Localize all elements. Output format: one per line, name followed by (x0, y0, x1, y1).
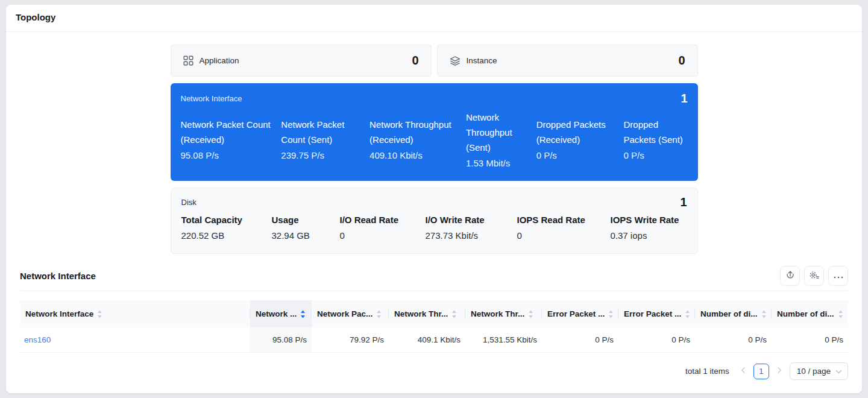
sort-icon[interactable] (97, 310, 102, 318)
column-header[interactable]: Number of di... (695, 300, 772, 327)
more-button[interactable] (828, 266, 848, 286)
metric: Network Throughput (Received)409.10 Kbit… (370, 117, 463, 163)
summary-card-label: Application (200, 56, 239, 65)
table-cell: 0 P/s (542, 327, 618, 352)
metric-value: 32.94 GB (272, 230, 340, 241)
metric: I/O Read Rate0 (340, 215, 426, 241)
column-header-label: Error Packet ... (547, 309, 605, 318)
metric-value: 95.08 P/s (181, 148, 278, 163)
grid-icon (183, 55, 193, 66)
column-header[interactable]: Error Packet ... (542, 300, 618, 327)
pagination: total 1 items 1 10 / page (20, 362, 848, 380)
more-icon (834, 271, 843, 280)
sort-icon[interactable] (300, 310, 306, 318)
disk-card-count: 1 (680, 195, 687, 209)
disk-card[interactable]: Disk 1 Total Capacity220.52 GBUsage32.94… (171, 188, 698, 254)
page-size-value: 10 / page (797, 367, 831, 376)
metric-value: 239.75 P/s (281, 148, 366, 163)
table-cell: 0 P/s (695, 327, 772, 352)
summary-cards-row: Application0Instance0 (171, 45, 698, 77)
metric-value: 220.52 GB (181, 230, 272, 241)
table-row: ens16095.08 P/s79.92 P/s409.1 Kbit/s1,53… (20, 327, 848, 353)
column-header[interactable]: Network Thr... (465, 300, 542, 327)
summary-card-instance[interactable]: Instance0 (437, 45, 698, 77)
sort-icon[interactable] (451, 310, 457, 318)
chevron-left-icon (739, 366, 747, 376)
network-card-count: 1 (681, 92, 687, 105)
section-title: Network Interface (20, 271, 96, 281)
network-card-title: Network Interface (181, 92, 242, 103)
main-panel: Topology Application0Instance0 Network I… (6, 5, 862, 393)
network-interface-section: Network Interface Network InterfaceNetwo… (6, 266, 862, 380)
section-header: Network Interface (20, 266, 848, 291)
sort-icon[interactable] (376, 310, 382, 318)
network-interface-table: Network InterfaceNetwork ...Network Pac.… (20, 300, 848, 353)
metric-value: 0 P/s (623, 148, 687, 163)
metric-value: 273.73 Kbit/s (426, 230, 517, 241)
page-number-button[interactable]: 1 (753, 364, 769, 379)
metric: IOPS Read Rate0 (517, 215, 611, 241)
layers-icon (450, 56, 461, 66)
summary-card-count: 0 (678, 54, 685, 68)
pagination-total: total 1 items (685, 367, 729, 376)
metric: Total Capacity220.52 GB (181, 215, 272, 241)
metric: Network Packet Count (Sent)239.75 P/s (281, 117, 366, 163)
summary-card-application[interactable]: Application0 (171, 45, 432, 77)
sort-icon[interactable] (608, 310, 614, 318)
column-header[interactable]: Network Pac... (312, 300, 389, 327)
metric-label: Network Packet Count (Sent) (281, 117, 366, 147)
network-card-header: Network Interface 1 (181, 92, 688, 105)
metric-value: 0 (340, 230, 426, 241)
metric-label: I/O Write Rate (426, 215, 517, 225)
column-header-label: Error Packet ... (624, 309, 681, 318)
summary-card-label: Instance (467, 56, 497, 65)
network-card-metrics: Network Packet Count (Received)95.08 P/s… (181, 106, 688, 174)
chevron-right-icon (775, 366, 784, 376)
metric-value: 0.37 iops (611, 230, 679, 241)
table-cell: ens160 (20, 327, 250, 352)
metric: Network Packet Count (Received)95.08 P/s (181, 117, 278, 163)
section-toolbar (780, 266, 848, 286)
summary-card-count: 0 (412, 54, 418, 68)
table-cell: 0 P/s (772, 327, 848, 352)
sort-icon[interactable] (838, 310, 843, 318)
table-settings-button[interactable] (804, 266, 824, 286)
column-header[interactable]: Error Packet ... (618, 300, 695, 327)
metric: I/O Write Rate273.73 Kbit/s (426, 215, 517, 241)
metric: Network Throughput (Sent)1.53 Mbit/s (466, 110, 533, 171)
topology-body: Application0Instance0 Network Interface … (6, 32, 862, 254)
interface-link[interactable]: ens160 (24, 335, 51, 344)
column-header-label: Number of di... (777, 309, 834, 318)
prev-page-button[interactable] (738, 365, 749, 377)
sort-icon[interactable] (528, 310, 533, 318)
export-button[interactable] (780, 266, 800, 286)
column-header-label: Network ... (256, 309, 297, 318)
page-title: Topology (16, 12, 852, 23)
column-header[interactable]: Network Interface (20, 300, 250, 327)
table-header-row: Network InterfaceNetwork ...Network Pac.… (20, 300, 848, 327)
column-header[interactable]: Network ... (250, 300, 312, 327)
metric: Dropped Packets (Received)0 P/s (536, 117, 621, 163)
metric-label: IOPS Read Rate (517, 215, 611, 225)
metric-label: IOPS Write Rate (611, 215, 679, 225)
column-header-label: Network Thr... (394, 309, 448, 318)
disk-card-title: Disk (181, 195, 197, 207)
metric-label: Network Throughput (Sent) (466, 110, 533, 155)
metric-label: Network Packet Count (Received) (181, 117, 278, 147)
network-interface-card[interactable]: Network Interface 1 Network Packet Count… (171, 83, 698, 181)
metric: Dropped Packets (Sent)0 P/s (623, 117, 687, 163)
sort-icon[interactable] (761, 310, 767, 318)
column-header-label: Number of di... (700, 309, 758, 318)
metric-label: I/O Read Rate (340, 215, 426, 225)
metric-label: Dropped Packets (Received) (536, 117, 621, 147)
metric-label: Usage (272, 215, 340, 225)
metric-value: 0 (517, 230, 611, 241)
page-size-select[interactable]: 10 / page (790, 362, 848, 380)
sort-icon[interactable] (685, 310, 690, 318)
next-page-button[interactable] (774, 365, 785, 377)
column-header-label: Network Pac... (317, 309, 373, 318)
column-header[interactable]: Number of di... (772, 300, 848, 327)
table-body: ens16095.08 P/s79.92 P/s409.1 Kbit/s1,53… (20, 327, 848, 353)
column-header-label: Network Thr... (471, 309, 524, 318)
column-header[interactable]: Network Thr... (389, 300, 465, 327)
